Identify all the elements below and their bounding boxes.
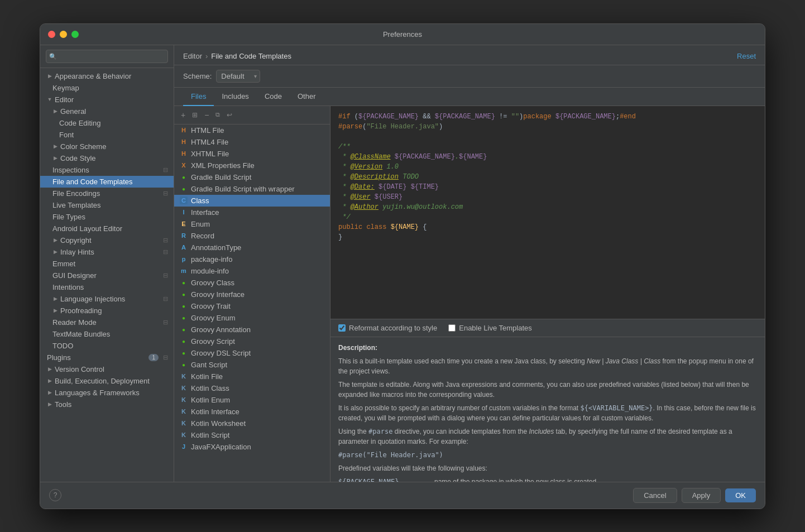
file-item-package-info[interactable]: p package-info — [174, 253, 330, 265]
file-item-gant[interactable]: ● Gant Script — [174, 359, 330, 371]
sidebar-item-copyright[interactable]: ▶ Copyright ⊟ — [40, 234, 174, 246]
description-text2: The template is editable. Along with Jav… — [338, 380, 757, 400]
file-item-groovy-class[interactable]: ● Groovy Class — [174, 277, 330, 289]
file-item-javafx[interactable]: J JavaFXApplication — [174, 441, 330, 453]
file-item-gradle[interactable]: ● Gradle Build Script — [174, 171, 330, 183]
file-item-groovy-trait[interactable]: ● Groovy Trait — [174, 300, 330, 312]
file-item-label: Gradle Build Script with wrapper — [191, 185, 295, 193]
file-item-kotlin-interface[interactable]: K Kotlin Interface — [174, 406, 330, 418]
file-item-groovy-enum[interactable]: ● Groovy Enum — [174, 312, 330, 324]
sidebar-item-proofreading[interactable]: ▶ Proofreading — [40, 305, 174, 317]
remove-button[interactable]: − — [202, 109, 211, 121]
apply-button[interactable]: Apply — [682, 488, 721, 503]
sidebar-item-live-templates[interactable]: Live Templates — [40, 199, 174, 211]
chevron-right-icon: ▶ — [47, 73, 52, 79]
scheme-row: Scheme: Default Custom ▾ — [174, 65, 765, 88]
reformat-checkbox[interactable] — [338, 324, 346, 332]
copy-button[interactable]: ⊞ — [190, 110, 200, 120]
code-editor[interactable]: #if (${PACKAGE_NAME} && ${PACKAGE_NAME} … — [330, 106, 765, 319]
sidebar-item-textmate[interactable]: TextMate Bundles — [40, 328, 174, 340]
sidebar-item-color-scheme[interactable]: ▶ Color Scheme — [40, 141, 174, 152]
sidebar-item-intentions[interactable]: Intentions — [40, 281, 174, 293]
sidebar-item-language-injections[interactable]: ▶ Language Injections ⊟ — [40, 293, 174, 305]
tab-includes[interactable]: Includes — [214, 88, 256, 106]
cancel-button[interactable]: Cancel — [633, 488, 677, 503]
sidebar-item-appearance[interactable]: ▶ Appearance & Behavior — [40, 70, 174, 82]
file-item-gradle-wrapper[interactable]: ● Gradle Build Script with wrapper — [174, 183, 330, 195]
tab-other[interactable]: Other — [290, 88, 324, 106]
sidebar-item-gui-designer[interactable]: GUI Designer ⊟ — [40, 270, 174, 281]
search-input[interactable] — [46, 50, 168, 63]
file-item-kotlin-enum[interactable]: K Kotlin Enum — [174, 394, 330, 406]
file-item-groovy-annotation[interactable]: ● Groovy Annotation — [174, 324, 330, 336]
help-button[interactable]: ? — [49, 489, 61, 501]
sidebar-item-version-control[interactable]: ▶ Version Control — [40, 363, 174, 375]
sidebar-item-general[interactable]: ▶ General — [40, 106, 174, 117]
file-item-kotlin-class[interactable]: K Kotlin Class — [174, 382, 330, 394]
breadcrumb-parent: Editor — [183, 52, 202, 60]
inspections-badge: ⊟ — [163, 166, 168, 174]
sidebar-item-plugins[interactable]: Plugins 1 ⊟ — [40, 352, 174, 363]
ok-button[interactable]: OK — [725, 488, 756, 502]
reset-button[interactable]: Reset — [737, 52, 756, 60]
sidebar-item-inlay-hints[interactable]: ▶ Inlay Hints ⊟ — [40, 246, 174, 258]
sidebar-item-font[interactable]: Font — [40, 129, 174, 141]
file-item-class[interactable]: C Class — [174, 195, 330, 207]
sidebar-item-tools[interactable]: ▶ Tools — [40, 399, 174, 410]
sidebar-item-emmet[interactable]: Emmet — [40, 258, 174, 270]
footer-left: ? — [49, 489, 61, 501]
sidebar-item-label: File Encodings — [52, 189, 100, 198]
sidebar-item-languages[interactable]: ▶ Languages & Frameworks — [40, 387, 174, 399]
file-item-kotlin-script[interactable]: K Kotlin Script — [174, 429, 330, 441]
duplicate-button[interactable]: ⧉ — [213, 110, 222, 119]
add-button[interactable]: + — [179, 109, 188, 121]
file-item-groovy-dsl[interactable]: ● Groovy DSL Script — [174, 347, 330, 359]
sidebar-item-file-code-templates[interactable]: File and Code Templates — [40, 176, 174, 188]
file-item-kotlin-worksheet[interactable]: K Kotlin Worksheet — [174, 418, 330, 429]
file-item-html[interactable]: H HTML File — [174, 124, 330, 136]
chevron-right-icon: ▶ — [52, 296, 58, 301]
search-icon: 🔍 — [49, 52, 57, 60]
file-item-record[interactable]: R Record — [174, 230, 330, 242]
file-item-xhtml[interactable]: H XHTML File — [174, 148, 330, 160]
inlay-hints-badge: ⊟ — [163, 248, 168, 256]
groovy-interface-icon: ● — [180, 290, 188, 298]
sidebar-item-inspections[interactable]: Inspections ⊟ — [40, 164, 174, 176]
sidebar-item-reader-mode[interactable]: Reader Mode ⊟ — [40, 317, 174, 328]
tab-files[interactable]: Files — [183, 88, 214, 106]
minimize-button[interactable] — [60, 31, 67, 38]
live-templates-checkbox[interactable] — [448, 324, 456, 332]
search-wrapper: 🔍 — [46, 50, 168, 63]
file-item-groovy-interface[interactable]: ● Groovy Interface — [174, 289, 330, 300]
file-item-enum[interactable]: E Enum — [174, 218, 330, 230]
file-item-label: Groovy Annotation — [191, 325, 251, 334]
reformat-checkbox-label[interactable]: Reformat according to style — [338, 324, 437, 332]
sidebar-item-code-style[interactable]: ▶ Code Style — [40, 152, 174, 164]
reset-template-button[interactable]: ↩ — [224, 110, 234, 120]
sidebar-item-todo[interactable]: TODO — [40, 340, 174, 352]
file-item-label: JavaFXApplication — [191, 443, 251, 451]
file-item-module-info[interactable]: m module-info — [174, 265, 330, 277]
sidebar-item-code-editing[interactable]: Code Editing — [40, 117, 174, 129]
file-item-interface[interactable]: I Interface — [174, 207, 330, 218]
sidebar-item-editor[interactable]: ▼ Editor — [40, 94, 174, 106]
scheme-select[interactable]: Default Custom — [216, 70, 260, 83]
sidebar-item-build[interactable]: ▶ Build, Execution, Deployment — [40, 375, 174, 387]
sidebar-item-label: Keymap — [52, 84, 79, 92]
tab-code[interactable]: Code — [257, 88, 290, 106]
file-item-xml-props[interactable]: X XML Properties File — [174, 160, 330, 171]
file-item-annotation[interactable]: A AnnotationType — [174, 242, 330, 253]
file-item-groovy-script[interactable]: ● Groovy Script — [174, 336, 330, 347]
file-item-html4[interactable]: H HTML4 File — [174, 136, 330, 148]
sidebar-item-label: TextMate Bundles — [52, 330, 110, 338]
close-button[interactable] — [48, 31, 55, 38]
sidebar-item-file-types[interactable]: File Types — [40, 211, 174, 223]
file-item-kotlin-file[interactable]: K Kotlin File — [174, 371, 330, 382]
live-templates-checkbox-label[interactable]: Enable Live Templates — [448, 324, 532, 332]
maximize-button[interactable] — [71, 31, 79, 38]
sidebar-item-android-layout-editor[interactable]: Android Layout Editor — [40, 223, 174, 234]
chevron-right-icon: ▶ — [52, 143, 58, 149]
sidebar-item-keymap[interactable]: Keymap — [40, 82, 174, 94]
breadcrumb: Editor › File and Code Templates — [183, 52, 291, 60]
sidebar-item-file-encodings[interactable]: File Encodings ⊟ — [40, 188, 174, 199]
